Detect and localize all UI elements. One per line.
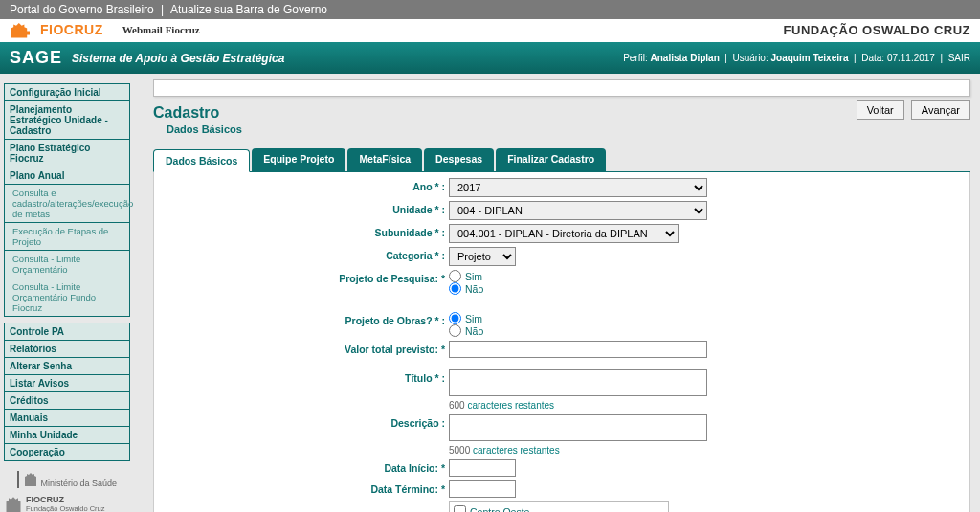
sidebar-item[interactable]: Configuração Inicial <box>4 83 130 101</box>
castle-small-icon <box>23 471 38 486</box>
separator: | <box>161 3 164 16</box>
user-info: Perfil: Analista Diplan | Usuário: Joaqu… <box>623 53 970 63</box>
valor-label: Valor total previsto: * <box>162 341 449 355</box>
titulo-label: Título * : <box>162 369 449 384</box>
obras-label: Projeto de Obras? * : <box>162 312 449 326</box>
titulo-hint: 600 caracteres restantes <box>449 400 962 411</box>
sidebar-item[interactable]: Execução de Etapas de Projeto <box>4 223 130 251</box>
subunidade-select[interactable]: 004.001 - DIPLAN - Diretoria da DIPLAN <box>449 224 679 243</box>
sidebar-item[interactable]: Planejamento Estratégico Unidade - Cadas… <box>4 101 130 140</box>
unidade-select[interactable]: 004 - DIPLAN <box>449 201 707 220</box>
sidebar: Configuração InicialPlanejamento Estraté… <box>0 74 134 512</box>
regiao-label: Região de Abrangência * : <box>162 501 449 512</box>
sidebar-item[interactable]: Relatórios <box>4 341 130 358</box>
castle-small-icon <box>4 494 23 512</box>
sidebar-item[interactable]: Consulta - Limite Orçamentário Fundo Fio… <box>4 278 130 317</box>
fiocruz-logo: FIOCRUZ <box>10 21 103 38</box>
regiao-centro-oeste-check[interactable] <box>454 505 466 512</box>
sage-logo: SAGE <box>10 48 62 68</box>
data-inicio-input[interactable] <box>449 459 516 477</box>
avancar-button[interactable]: Avançar <box>911 100 970 120</box>
tab-metafisica[interactable]: MetaFísica <box>347 148 422 171</box>
pesquisa-nao-radio[interactable] <box>449 282 461 295</box>
data-termino-input[interactable] <box>449 480 516 498</box>
titulo-textarea[interactable] <box>449 369 707 396</box>
form-panel: Ano * : 2017 Unidade * : 004 - DIPLAN Su… <box>153 172 970 512</box>
sidebar-item[interactable]: Alterar Senha <box>4 358 130 375</box>
tab-equipe-projeto[interactable]: Equipe Projeto <box>252 148 345 171</box>
subunidade-label: Subunidade * : <box>162 224 449 238</box>
categoria-select[interactable]: Projeto <box>449 247 516 266</box>
top-header: FIOCRUZ Webmail Fiocruz FUNDAÇÃO OSWALDO… <box>0 19 980 42</box>
sidebar-footer: Ministério da Saúde FIOCRUZ Fundação Osw… <box>4 471 130 512</box>
sidebar-item[interactable]: Cooperação <box>4 444 130 461</box>
ano-select[interactable]: 2017 <box>449 178 707 197</box>
pesquisa-sim-radio[interactable] <box>449 270 461 282</box>
webmail-link[interactable]: Webmail Fiocruz <box>122 24 200 35</box>
fiocruz-text: FIOCRUZ <box>40 22 103 37</box>
categoria-label: Categoria * : <box>162 247 449 261</box>
obras-nao-radio[interactable] <box>449 324 461 337</box>
descricao-label: Descrição : <box>162 414 449 429</box>
data-termino-label: Data Término: * <box>162 480 449 495</box>
data-inicio-label: Data Início: * <box>162 459 449 474</box>
logout-link[interactable]: SAIR <box>948 53 970 63</box>
descricao-textarea[interactable] <box>449 414 707 441</box>
regiao-listbox[interactable]: Centro Oeste Internacional Nacional <box>449 501 669 512</box>
fiocruz-small-logo: FIOCRUZ Fundação Oswaldo Cruz <box>4 494 130 512</box>
castle-icon <box>10 21 36 38</box>
gov-portal-link[interactable]: Portal do Governo Brasileiro <box>10 3 154 16</box>
main-content: Voltar Avançar Cadastro Dados Básicos Da… <box>134 74 980 512</box>
ano-label: Ano * : <box>162 178 449 192</box>
page-subtitle: Dados Básicos <box>167 123 970 135</box>
sidebar-item[interactable]: Consulta e cadastro/alterações/execução … <box>4 185 130 223</box>
voltar-button[interactable]: Voltar <box>857 100 904 120</box>
sidebar-item[interactable]: Listar Avisos <box>4 375 130 392</box>
ministerio-logo: Ministério da Saúde <box>17 471 117 488</box>
sage-subtitle: Sistema de Apoio à Gestão Estratégica <box>72 52 284 65</box>
unidade-label: Unidade * : <box>162 201 449 215</box>
gov-bar: Portal do Governo Brasileiro | Atualize … <box>0 0 980 19</box>
sidebar-item[interactable]: Créditos <box>4 392 130 410</box>
page-title: Cadastro <box>153 104 970 122</box>
tab-dados-basicos[interactable]: Dados Básicos <box>153 149 250 172</box>
sidebar-item[interactable]: Consulta - Limite Orçamentário <box>4 251 130 278</box>
descricao-hint: 5000 caracteres restantes <box>449 445 962 456</box>
tab-finalizar[interactable]: Finalizar Cadastro <box>496 148 606 171</box>
sidebar-item[interactable]: Plano Anual <box>4 167 130 185</box>
pesquisa-label: Projeto de Pesquisa: * <box>162 270 449 284</box>
empty-panel <box>153 79 970 97</box>
sidebar-item[interactable]: Minha Unidade <box>4 427 130 444</box>
sidebar-item[interactable]: Manuais <box>4 410 130 427</box>
obras-sim-radio[interactable] <box>449 312 461 324</box>
gov-atualize-link[interactable]: Atualize sua Barra de Governo <box>170 3 327 16</box>
tab-despesas[interactable]: Despesas <box>424 148 494 171</box>
sidebar-item[interactable]: Controle PA <box>4 323 130 341</box>
fundacao-cruz: FUNDAÇÃO OSWALDO CRUZ <box>784 23 970 37</box>
valor-input[interactable] <box>449 341 707 358</box>
tabs: Dados Básicos Equipe Projeto MetaFísica … <box>153 148 970 172</box>
sage-bar: SAGE Sistema de Apoio à Gestão Estratégi… <box>0 42 980 74</box>
sidebar-item[interactable]: Plano Estratégico Fiocruz <box>4 140 130 167</box>
